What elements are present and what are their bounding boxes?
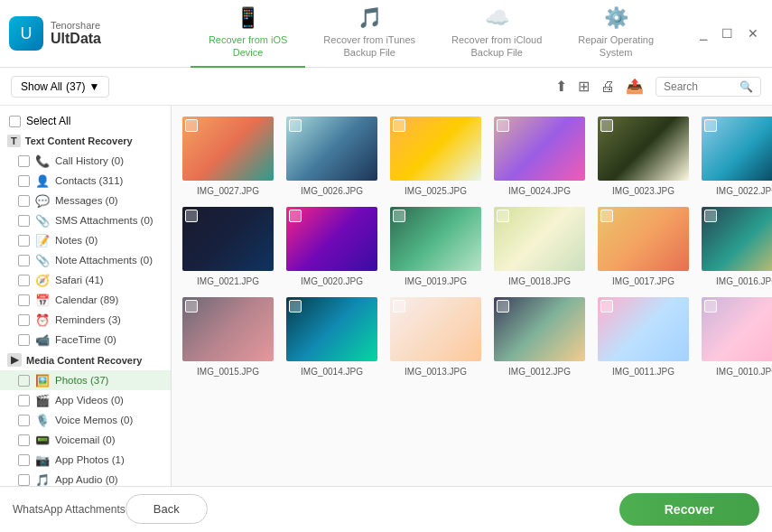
photo-item[interactable]: IMG_0026.JPG	[284, 115, 379, 196]
photo-checkbox[interactable]	[497, 300, 509, 313]
photo-checkbox[interactable]	[185, 119, 198, 132]
sidebar-item-app-videos[interactable]: 🎬 App Videos (0)	[0, 390, 171, 410]
item-label-app-audio: App Audio (0)	[55, 474, 162, 485]
search-box[interactable]: 🔍	[656, 77, 761, 97]
section-media-label: Media Content Recovery	[26, 355, 142, 366]
sidebar-item-contacts[interactable]: 👤 Contacts (311)	[0, 171, 171, 191]
repair-icon: ⚙️	[604, 6, 628, 30]
item-check-messages[interactable]	[18, 195, 30, 207]
item-check-app-videos[interactable]	[18, 395, 30, 406]
item-check-call[interactable]	[18, 155, 30, 167]
photo-item[interactable]: IMG_0017.JPG	[596, 205, 691, 286]
photo-checkbox[interactable]	[497, 119, 509, 132]
item-check-photos[interactable]	[18, 375, 30, 387]
item-check-voice[interactable]	[18, 415, 30, 426]
photo-item[interactable]: IMG_0013.JPG	[388, 295, 483, 377]
sidebar-item-messages[interactable]: 💬 Messages (0)	[0, 191, 171, 210]
photo-checkbox[interactable]	[600, 119, 613, 132]
photo-checkbox[interactable]	[704, 300, 717, 313]
grid-view-button[interactable]: ⊞	[575, 75, 592, 98]
sidebar-item-facetime[interactable]: 📹 FaceTime (0)	[0, 330, 171, 350]
item-check-reminders[interactable]	[18, 314, 30, 326]
photo-checkbox[interactable]	[289, 119, 302, 132]
sidebar-item-photos[interactable]: 🖼️ Photos (37)	[0, 370, 171, 390]
sidebar-item-sms-attachments[interactable]: 📎 SMS Attachments (0)	[0, 210, 171, 230]
sidebar-item-safari[interactable]: 🧭 Safari (41)	[0, 270, 171, 290]
item-check-safari[interactable]	[18, 275, 30, 286]
photo-item[interactable]: IMG_0023.JPG	[596, 115, 691, 196]
photo-checkbox[interactable]	[393, 300, 405, 313]
photo-item[interactable]: IMG_0012.JPG	[492, 295, 587, 377]
tab-repair[interactable]: ⚙️ Repair OperatingSystem	[560, 0, 672, 68]
item-label-messages: Messages (0)	[55, 195, 162, 206]
recover-button[interactable]: Recover	[619, 493, 759, 526]
photo-checkbox[interactable]	[497, 210, 509, 222]
photo-label: IMG_0011.JPG	[612, 367, 674, 377]
select-all-row[interactable]: Select All	[0, 111, 171, 131]
logo-text: Tenorshare UltData	[51, 20, 101, 47]
photo-item[interactable]: IMG_0011.JPG	[596, 295, 691, 377]
tab-recover-itunes[interactable]: 🎵 Recover from iTunesBackup File	[305, 0, 433, 68]
print-button[interactable]: 🖨	[598, 76, 618, 98]
photo-item[interactable]: IMG_0019.JPG	[388, 205, 483, 286]
item-check-app-photos[interactable]	[18, 454, 30, 466]
photo-item[interactable]: IMG_0022.JPG	[700, 115, 772, 196]
item-check-contacts[interactable]	[18, 175, 30, 187]
back-button[interactable]: Back	[126, 494, 208, 524]
tab-itunes-label: Recover from iTunesBackup File	[323, 33, 415, 60]
sidebar-item-reminders[interactable]: ⏰ Reminders (3)	[0, 310, 171, 330]
photo-thumbnail	[181, 115, 275, 182]
photo-checkbox[interactable]	[393, 210, 405, 222]
photo-checkbox[interactable]	[600, 210, 613, 222]
item-check-sms[interactable]	[18, 215, 30, 227]
photo-item[interactable]: IMG_0014.JPG	[284, 295, 379, 377]
sidebar-item-note-attachments[interactable]: 📎 Note Attachments (0)	[0, 250, 171, 270]
photo-item[interactable]: IMG_0021.JPG	[181, 205, 275, 286]
photo-thumbnail	[388, 115, 483, 182]
photo-item[interactable]: IMG_0027.JPG	[181, 115, 275, 196]
photo-checkbox[interactable]	[289, 300, 302, 313]
photo-checkbox[interactable]	[600, 300, 613, 313]
photo-thumbnail	[181, 205, 275, 273]
close-button[interactable]: ✕	[743, 24, 763, 42]
photo-item[interactable]: IMG_0015.JPG	[181, 295, 275, 377]
photo-item[interactable]: IMG_0020.JPG	[284, 205, 379, 286]
maximize-button[interactable]: ☐	[717, 24, 738, 42]
footer-left: WhatsApp Attachments	[13, 503, 126, 516]
photo-item[interactable]: IMG_0024.JPG	[492, 115, 587, 196]
sidebar-item-notes[interactable]: 📝 Notes (0)	[0, 230, 171, 250]
select-all-checkbox[interactable]	[9, 116, 21, 127]
photo-checkbox[interactable]	[185, 210, 198, 222]
sidebar-item-calendar[interactable]: 📅 Calendar (89)	[0, 290, 171, 310]
photo-item[interactable]: IMG_0018.JPG	[492, 205, 587, 286]
photo-item[interactable]: IMG_0016.JPG	[700, 205, 772, 286]
photo-label: IMG_0021.JPG	[197, 276, 259, 286]
minimize-button[interactable]: ⎯	[695, 24, 712, 42]
item-check-calendar[interactable]	[18, 294, 30, 306]
photo-checkbox[interactable]	[393, 119, 405, 132]
safari-icon: 🧭	[35, 273, 50, 287]
sidebar-item-app-photos[interactable]: 📷 App Photos (1)	[0, 450, 171, 470]
sidebar-item-call-history[interactable]: 📞 Call History (0)	[0, 151, 171, 171]
export-button[interactable]: 📤	[623, 75, 646, 98]
photo-checkbox[interactable]	[185, 300, 198, 313]
item-check-app-audio[interactable]	[18, 474, 30, 486]
tab-recover-icloud[interactable]: ☁️ Recover from iCloudBackup File	[433, 0, 560, 68]
photo-label: IMG_0014.JPG	[301, 367, 363, 377]
item-check-voicemail[interactable]	[18, 434, 30, 446]
sidebar-item-voice-memos[interactable]: 🎙️ Voice Memos (0)	[0, 410, 171, 430]
sidebar-item-app-audio[interactable]: 🎵 App Audio (0)	[0, 470, 171, 486]
photo-checkbox[interactable]	[704, 210, 717, 222]
item-check-notes[interactable]	[18, 235, 30, 247]
photo-item[interactable]: IMG_0010.JPG	[700, 295, 772, 377]
search-input[interactable]	[664, 80, 736, 93]
item-check-facetime[interactable]	[18, 334, 30, 346]
tab-recover-ios[interactable]: 📱 Recover from iOSDevice	[191, 0, 305, 68]
show-all-button[interactable]: Show All (37) ▼	[11, 76, 109, 98]
photo-item[interactable]: IMG_0025.JPG	[388, 115, 483, 196]
photo-checkbox[interactable]	[704, 119, 717, 132]
item-check-note-att[interactable]	[18, 255, 30, 266]
sidebar-item-voicemail[interactable]: 📟 Voicemail (0)	[0, 430, 171, 450]
photo-checkbox[interactable]	[289, 210, 302, 222]
upload-icon-button[interactable]: ⬆	[553, 75, 570, 98]
